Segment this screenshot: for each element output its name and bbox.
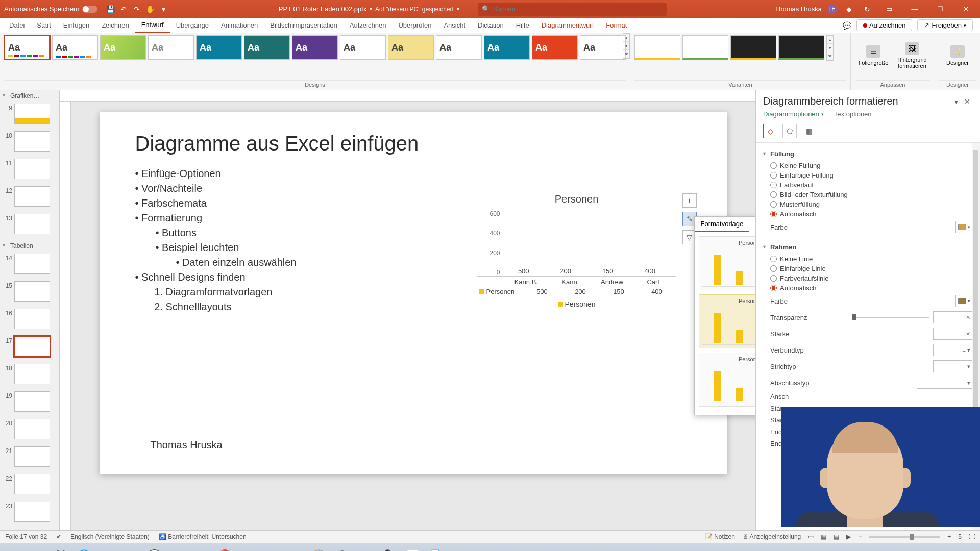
theme-thumb[interactable]: Aa	[292, 35, 338, 60]
language-status[interactable]: Englisch (Vereinigte Staaten)	[70, 533, 150, 540]
thumb-17[interactable]: 17	[3, 336, 56, 357]
radio-keine-fuellung[interactable]: Keine Füllung	[763, 161, 973, 170]
thumb-23[interactable]: 23	[3, 502, 56, 522]
tab-ansicht[interactable]: Ansicht	[437, 18, 472, 33]
outlook-icon[interactable]: 📧	[96, 545, 118, 551]
user-name[interactable]: Thomas Hruska	[775, 5, 822, 13]
chart-style-option[interactable]: Personen	[699, 294, 756, 348]
view-slideshow-icon[interactable]: ▶	[846, 533, 851, 540]
touch-mode-icon[interactable]: ✋	[144, 4, 156, 15]
theme-thumb[interactable]: Aa	[580, 35, 626, 60]
theme-thumb[interactable]: Aa	[100, 35, 146, 60]
view-sorter-icon[interactable]: ▦	[821, 533, 826, 540]
app-icon[interactable]: 📄	[425, 545, 447, 551]
view-normal-icon[interactable]: ▭	[808, 533, 814, 540]
share-button[interactable]: ↗Freigeben▾	[917, 19, 973, 31]
section-tabellen[interactable]: Tabellen	[0, 241, 59, 252]
toggle-switch[interactable]	[82, 6, 97, 13]
radio-bild-textur[interactable]: Bild- oder Texturfüllung	[763, 190, 973, 199]
theme-thumb[interactable]: Aa	[148, 35, 194, 60]
tab-uebergaenge[interactable]: Übergänge	[170, 18, 215, 33]
variant-gallery-more[interactable]: ▴▾⏷	[826, 35, 834, 61]
maximize-icon[interactable]: ☐	[930, 0, 950, 18]
variant-thumb[interactable]	[682, 35, 728, 60]
compound-type-combo[interactable]: ≡ ▾	[933, 344, 973, 356]
size-props-tab grid-icon[interactable]: ▦	[802, 124, 816, 138]
format-background-button[interactable]: 🖼Hintergrund formatieren	[894, 35, 930, 76]
tab-format[interactable]: Format	[600, 18, 633, 33]
thumb-18[interactable]: 18	[3, 364, 56, 384]
title-dropdown-icon[interactable]: ▾	[457, 6, 459, 12]
thumb-10[interactable]: 10	[3, 131, 56, 152]
vscode-icon[interactable]: V	[260, 545, 283, 551]
thumb-11[interactable]: 11	[3, 159, 56, 179]
subtab-diagrammoptionen[interactable]: Diagrammoptionen▾	[763, 110, 824, 118]
tab-ueberpruefen[interactable]: Überprüfen	[392, 18, 437, 33]
effects-tab pentagon-icon[interactable]: ⬠	[782, 124, 797, 138]
app-icon[interactable]: ●	[354, 545, 377, 551]
chart-object[interactable]: Personen 6004002000 500 200 150 400 Kari…	[477, 193, 676, 311]
style-option-list[interactable]: Personen Personen Personen	[695, 232, 756, 415]
section-grafiken[interactable]: Grafiken…	[0, 91, 59, 102]
radio-einfarbige-fuellung[interactable]: Einfarbige Füllung	[763, 170, 973, 180]
dash-type-combo[interactable]: — ▾	[933, 360, 973, 372]
section-fuellung[interactable]: Füllung	[763, 148, 973, 161]
diamond-icon[interactable]: ◆	[843, 4, 854, 15]
radio-musterfuellung[interactable]: Musterfüllung	[763, 199, 973, 209]
pane-close-icon[interactable]: ✕	[962, 97, 973, 106]
thumb-9[interactable]: 9	[3, 104, 56, 124]
zoom-slider[interactable]	[869, 536, 940, 538]
radio-farbverlauf[interactable]: Farbverlauf	[763, 180, 973, 190]
app-icon[interactable]: 📊	[401, 545, 424, 551]
thumb-19[interactable]: 19	[3, 391, 56, 412]
subtab-textoptionen[interactable]: Textoptionen	[834, 110, 872, 118]
notes-button[interactable]: 📝 Notizen	[705, 533, 735, 540]
transparency-slider[interactable]	[852, 317, 929, 318]
theme-thumb[interactable]: Aa	[52, 35, 98, 60]
display-settings-button[interactable]: 🖥 Anzeigeeinstellung	[742, 533, 801, 540]
zoom-percent[interactable]: 5	[958, 533, 962, 540]
chart-plot-area[interactable]: 6004002000 500 200 150 400	[477, 210, 676, 277]
slide-canvas[interactable]: Diagramme aus Excel einfügen Einfüge-Opt…	[100, 112, 727, 474]
record-button[interactable]: Aufzeichnen	[856, 19, 913, 31]
theme-thumb[interactable]: Aa	[436, 35, 482, 60]
slide-counter[interactable]: Folie 17 von 32	[5, 533, 47, 540]
redo-icon[interactable]: ↷	[131, 4, 142, 15]
cap-type-combo[interactable]: ▾	[917, 377, 973, 389]
tab-einfuegen[interactable]: Einfügen	[57, 18, 95, 33]
undo-icon[interactable]: ↶	[118, 4, 129, 15]
variant-thumb[interactable]	[730, 35, 776, 60]
pane-dropdown-icon[interactable]: ▾	[950, 97, 962, 106]
tab-animationen[interactable]: Animationen	[215, 18, 264, 33]
theme-gallery-more[interactable]: ▴▾⏷	[623, 33, 630, 59]
theme-thumb[interactable]: Aa	[388, 35, 434, 60]
tab-diagrammentwurf[interactable]: Diagrammentwurf	[535, 18, 600, 33]
obs-icon[interactable]: ⬤	[331, 545, 353, 551]
accessibility-status[interactable]: ♿ Barrierefreiheit: Untersuchen	[159, 533, 247, 540]
thumb-22[interactable]: 22	[3, 474, 56, 494]
fill-line-tab paint-bucket-icon[interactable]: ◇	[763, 124, 777, 138]
tab-zeichnen[interactable]: Zeichnen	[95, 18, 135, 33]
width-input[interactable]: ⨯	[933, 328, 973, 340]
thumb-12[interactable]: 12	[3, 186, 56, 207]
app-icon[interactable]: 🔴	[213, 545, 236, 551]
powerpoint-icon[interactable]: P	[119, 545, 142, 551]
thumb-13[interactable]: 13	[3, 214, 56, 234]
chrome-icon[interactable]: 🌐	[72, 545, 95, 551]
search-box[interactable]: 🔍	[478, 3, 667, 16]
thumb-16[interactable]: 16	[3, 309, 56, 329]
radio-auto-fuellung[interactable]: Automatisch	[763, 209, 973, 219]
fill-color-picker[interactable]	[955, 221, 973, 233]
tab-aufzeichnen[interactable]: Aufzeichnen	[344, 18, 393, 33]
variant-thumb[interactable]	[634, 35, 680, 60]
close-icon[interactable]: ✕	[955, 0, 976, 18]
app-icon[interactable]: ▦	[190, 545, 212, 551]
telegram-icon[interactable]: ✈	[284, 545, 306, 551]
border-color-picker[interactable]	[955, 295, 973, 307]
zoom-in-icon[interactable]: +	[947, 533, 951, 540]
transparency-input[interactable]: ⨯	[933, 311, 973, 323]
tab-datei[interactable]: Datei	[3, 18, 31, 33]
thumb-14[interactable]: 14	[3, 254, 56, 274]
vlc-icon[interactable]: ▲	[166, 545, 189, 551]
firefox-icon[interactable]: 🦊	[49, 545, 71, 551]
